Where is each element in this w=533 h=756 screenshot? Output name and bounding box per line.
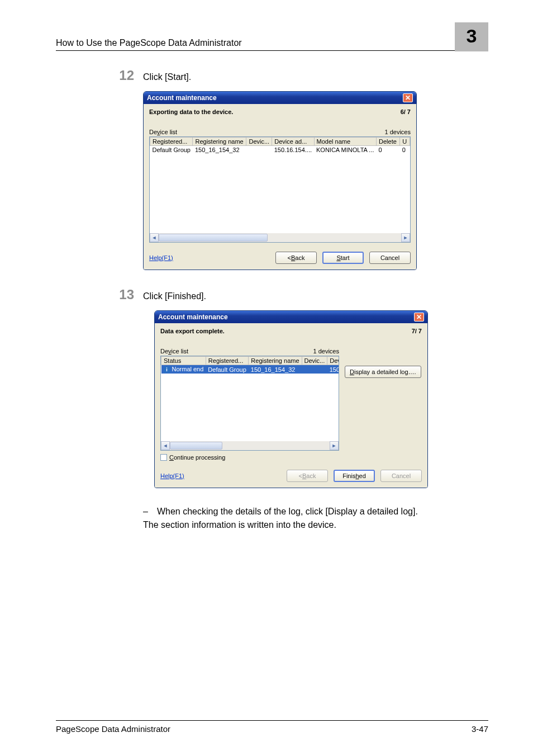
device-list-label: Device list (160, 348, 188, 355)
cell: 150.16.154.... (272, 146, 314, 154)
table-row[interactable]: iNormal end Default Group 150_16_154_32 … (161, 365, 340, 374)
page-header: How to Use the PageScope Data Administra… (56, 22, 488, 51)
step-12-text: Click [Start]. (143, 72, 191, 82)
cancel-button[interactable]: Cancel (369, 252, 411, 264)
cell: 150_16_154_32 (193, 146, 246, 154)
cell: 0 (377, 146, 400, 154)
col-devic[interactable]: Devic... (302, 357, 327, 365)
info-icon: i (164, 366, 170, 373)
device-table-wrap: Registered... Registering name Devic... … (149, 136, 411, 243)
export-status: Exporting data to the device. (149, 108, 233, 115)
col-status[interactable]: Status (161, 357, 206, 365)
chapter-badge: 3 (455, 22, 488, 48)
cancel-button: Cancel (380, 470, 422, 482)
device-count: 1 devices (313, 348, 339, 355)
footer-right: 3-47 (472, 724, 488, 734)
dialog-complete: Account maintenance ✕ Data export comple… (154, 310, 428, 488)
cell: 150.16.154 (327, 365, 339, 374)
col-registering-name[interactable]: Registering name (193, 138, 246, 146)
horizontal-scrollbar[interactable]: ◄ ► (161, 441, 339, 450)
device-count: 1 devices (385, 129, 411, 135)
scroll-left-icon[interactable]: ◄ (150, 233, 159, 242)
display-detailed-log-button[interactable]: Display a detailed log…. (345, 366, 421, 378)
note-line-1: When checking the details of the log, cl… (157, 505, 418, 518)
device-table: Registered... Registering name Devic... … (150, 137, 410, 165)
col-registered[interactable]: Registered... (150, 138, 193, 146)
help-link[interactable]: Help(F1) (149, 254, 173, 261)
export-status: Data export complete. (160, 328, 225, 334)
cell: 150_16_154_32 (249, 365, 302, 374)
cell (302, 365, 327, 374)
continue-processing-label: Continue processing (169, 454, 225, 461)
notes: – When checking the details of the log, … (143, 505, 488, 532)
table-header-row: Status Registered... Registering name De… (161, 357, 340, 365)
scroll-right-icon[interactable]: ► (401, 233, 410, 242)
dash: – (143, 505, 148, 518)
step-12-block: 12 Click [Start]. Account maintenance ✕ … (112, 68, 488, 270)
horizontal-scrollbar[interactable]: ◄ ► (150, 233, 410, 242)
cell: Default Group (206, 365, 248, 374)
table-header-row: Registered... Registering name Devic... … (150, 138, 410, 146)
scroll-left-icon[interactable]: ◄ (161, 441, 170, 450)
col-registering-name[interactable]: Registering name (249, 357, 302, 365)
step-13-text: Click [Finished]. (143, 291, 206, 301)
col-u[interactable]: U (400, 138, 410, 146)
chapter-number: 3 (467, 25, 477, 47)
scroll-right-icon[interactable]: ► (330, 441, 339, 450)
cell: Default Group (150, 146, 193, 154)
pager: 6/ 7 (401, 108, 411, 115)
page-footer: PageScope Data Administrator 3-47 (56, 720, 488, 734)
col-devic[interactable]: Devic... (246, 138, 272, 146)
footer-left: PageScope Data Administrator (56, 724, 170, 734)
cell: 0 (400, 146, 410, 154)
cell: KONICA MINOLTA ... (314, 146, 377, 154)
step-13-block: 13 Click [Finished]. Account maintenance… (112, 287, 488, 488)
help-link[interactable]: Help(F1) (160, 472, 184, 479)
finished-button[interactable]: Finished (334, 470, 375, 482)
note-line-2: The section information is written into … (143, 518, 488, 532)
device-list-label: Device list (149, 129, 177, 135)
close-icon[interactable]: ✕ (414, 313, 424, 322)
start-button[interactable]: Start (322, 252, 364, 264)
close-icon[interactable]: ✕ (403, 93, 413, 102)
dialog-exporting: Account maintenance ✕ Exporting data to … (143, 91, 417, 270)
checkbox-icon[interactable] (160, 454, 167, 461)
col-device-ad[interactable]: Device ad.. (327, 357, 339, 365)
titlebar: Account maintenance ✕ (144, 92, 416, 104)
device-table-wrap: Status Registered... Registering name De… (160, 356, 339, 451)
titlebar: Account maintenance ✕ (155, 311, 427, 323)
header-title: How to Use the PageScope Data Administra… (56, 38, 242, 48)
table-row[interactable]: Default Group 150_16_154_32 150.16.154..… (150, 146, 410, 154)
col-device-ad[interactable]: Device ad... (272, 138, 314, 146)
continue-processing-row[interactable]: Continue processing (160, 454, 422, 461)
step-12-number: 12 (112, 68, 134, 83)
dialog-title: Account maintenance (158, 313, 228, 321)
pager: 7/ 7 (412, 328, 422, 334)
col-registered[interactable]: Registered... (206, 357, 248, 365)
cell-status: iNormal end (161, 365, 206, 374)
back-button: <Back (287, 470, 328, 482)
device-table: Status Registered... Registering name De… (161, 356, 339, 374)
col-delete[interactable]: Delete (377, 138, 400, 146)
back-button[interactable]: <Back (275, 252, 317, 264)
cell (246, 146, 272, 154)
step-13-number: 13 (112, 287, 134, 303)
col-model-name[interactable]: Model name (314, 138, 377, 146)
dialog-title: Account maintenance (147, 94, 217, 102)
